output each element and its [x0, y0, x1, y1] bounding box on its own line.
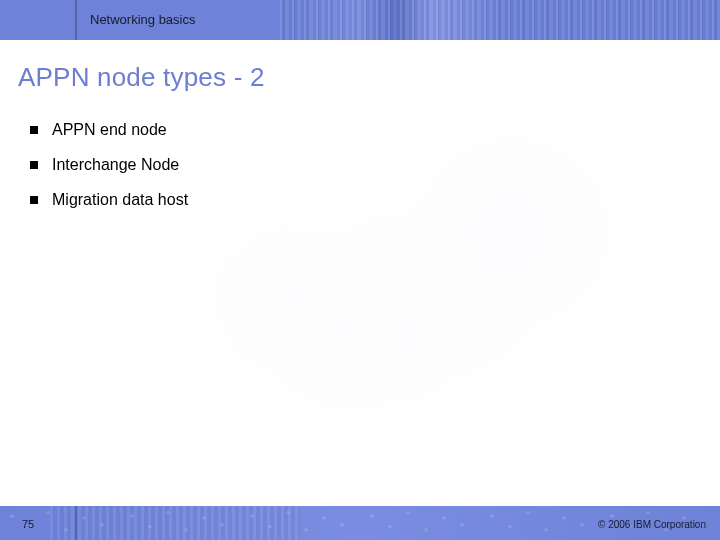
slide-title: APPN node types - 2 — [18, 62, 265, 93]
footer-decorative-stripes — [50, 506, 300, 540]
list-item: APPN end node — [30, 120, 670, 141]
list-item: Interchange Node — [30, 155, 670, 176]
footer-separator-line — [75, 506, 77, 540]
copyright-text: © 2006 IBM Corporation — [598, 519, 706, 530]
bullet-icon — [30, 126, 38, 134]
header-title: Networking basics — [90, 12, 196, 27]
header-decorative-stripes — [280, 0, 720, 40]
bullet-text: APPN end node — [52, 120, 167, 141]
bullet-text: Interchange Node — [52, 155, 179, 176]
bullet-list: APPN end node Interchange Node Migration… — [30, 120, 670, 224]
footer-band: 75 © 2006 IBM Corporation — [0, 506, 720, 540]
header-band: Networking basics — [0, 0, 720, 40]
bullet-icon — [30, 161, 38, 169]
bullet-text: Migration data host — [52, 190, 188, 211]
slide-container: Networking basics APPN node types - 2 AP… — [0, 0, 720, 540]
bullet-icon — [30, 196, 38, 204]
page-number: 75 — [22, 518, 34, 530]
list-item: Migration data host — [30, 190, 670, 211]
header-separator-line — [75, 0, 77, 40]
